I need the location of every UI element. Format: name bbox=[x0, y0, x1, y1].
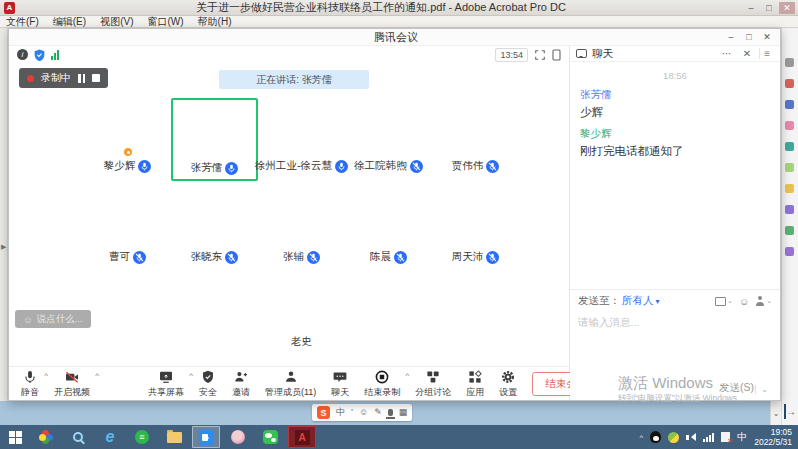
meeting-info-icon[interactable]: i bbox=[17, 49, 28, 60]
signal-strength-icon[interactable] bbox=[51, 50, 59, 60]
mute-button[interactable]: 静音 ^ bbox=[21, 369, 39, 399]
acrobat-tool-icon[interactable] bbox=[785, 100, 794, 109]
acrobat-tool-icon[interactable] bbox=[785, 184, 794, 193]
send-options-chevron-icon[interactable]: ⌄ bbox=[755, 385, 768, 394]
left-panel-expand-icon[interactable]: ▶ bbox=[1, 243, 6, 251]
invite-button[interactable]: 邀请 bbox=[232, 369, 250, 399]
pause-recording-button[interactable] bbox=[78, 74, 85, 83]
settings-button[interactable]: 设置 bbox=[499, 369, 517, 399]
participant-cell[interactable]: 徐州工业-徐云慧 bbox=[258, 98, 345, 181]
acrobat-tool-icon[interactable] bbox=[785, 79, 794, 88]
emoji-icon[interactable]: ☺ bbox=[359, 406, 368, 419]
taskbar-item-utility[interactable] bbox=[32, 426, 60, 448]
network-icon[interactable] bbox=[703, 433, 714, 442]
taskbar-item-ie[interactable]: e bbox=[96, 426, 124, 448]
notification-error-icon[interactable] bbox=[721, 432, 730, 442]
acrobat-tool-icon[interactable] bbox=[785, 142, 794, 151]
taskbar-item-wechat[interactable] bbox=[256, 426, 284, 448]
send-to-dropdown-icon[interactable]: ▾ bbox=[656, 297, 660, 306]
start-video-button[interactable]: 开启视频 ^ bbox=[54, 369, 90, 399]
participant-cell[interactable]: 黎少辉 bbox=[84, 98, 171, 181]
acrobat-expand-panel-icon[interactable]: → bbox=[784, 404, 797, 419]
participant-cell[interactable]: 陈晨 bbox=[345, 189, 432, 266]
taskbar-item-360[interactable]: ≡ bbox=[128, 426, 156, 448]
ime-mode-icon[interactable]: 中 bbox=[336, 406, 345, 419]
end-recording-button[interactable]: 结束录制 ^ bbox=[364, 369, 400, 399]
participant-cell[interactable]: 徐工院韩煦 bbox=[345, 98, 432, 181]
mic-status-icon bbox=[138, 160, 151, 173]
taskbar-item-contact[interactable] bbox=[224, 426, 252, 448]
ime-indicator[interactable]: 中 bbox=[737, 430, 747, 444]
mention-member-button[interactable]: ⌄ bbox=[755, 296, 772, 306]
taskbar-item-meeting-active[interactable] bbox=[192, 426, 220, 448]
switch-view-icon[interactable] bbox=[552, 49, 561, 61]
acrobat-close-button[interactable]: ✕ bbox=[779, 2, 795, 14]
menu-help[interactable]: 帮助(H) bbox=[198, 15, 232, 29]
acrobat-tool-icon[interactable] bbox=[785, 163, 794, 172]
participant-cell-speaking[interactable]: 张芳儒 bbox=[171, 98, 258, 181]
apps-button[interactable]: 应用 bbox=[466, 369, 484, 399]
sogou-input-bar[interactable]: S 中 ’ ☺ ✎ ▦ bbox=[312, 404, 412, 421]
acrobat-restore-button[interactable]: □ bbox=[761, 2, 777, 14]
participant-cell[interactable]: 贾伟伟 bbox=[432, 98, 519, 181]
chat-panel-menu-toggle[interactable]: ≡ bbox=[759, 48, 774, 59]
chat-button[interactable]: 聊天 bbox=[331, 369, 349, 399]
antivirus-tray-icon[interactable] bbox=[668, 432, 679, 443]
video-options-chevron-icon[interactable]: ^ bbox=[95, 372, 99, 379]
taskbar-item-acrobat-active[interactable]: A bbox=[288, 426, 316, 448]
mic-options-chevron-icon[interactable]: ^ bbox=[44, 372, 48, 379]
start-button[interactable] bbox=[0, 425, 30, 449]
acrobat-left-panel-strip: ▶ bbox=[0, 28, 8, 401]
tray-expand-icon[interactable]: ^ bbox=[639, 433, 643, 442]
participant-cell[interactable]: 张晓东 bbox=[171, 189, 258, 266]
menu-file[interactable]: 文件(F) bbox=[6, 15, 39, 29]
menu-edit[interactable]: 编辑(E) bbox=[53, 15, 86, 29]
acrobat-tool-icon[interactable] bbox=[785, 121, 794, 130]
emoji-button[interactable]: ☺ bbox=[739, 296, 749, 307]
volume-icon[interactable] bbox=[686, 433, 696, 441]
qq-tray-icon[interactable] bbox=[650, 431, 661, 443]
scroll-down-icon[interactable]: ⌄ bbox=[771, 409, 781, 418]
network-security-shield-icon[interactable] bbox=[34, 49, 45, 61]
taskbar-item-explorer[interactable] bbox=[160, 426, 188, 448]
acrobat-minimize-button[interactable]: – bbox=[743, 2, 759, 14]
toolbox-icon[interactable]: ▦ bbox=[399, 406, 408, 419]
stop-recording-button[interactable] bbox=[92, 74, 100, 82]
voice-input-icon[interactable] bbox=[388, 409, 393, 416]
menu-view[interactable]: 视图(V) bbox=[100, 15, 133, 29]
apostrophe-icon[interactable]: ’ bbox=[351, 406, 353, 419]
participant-cell[interactable]: 周天沛 bbox=[432, 189, 519, 266]
chat-close-button[interactable]: ✕ bbox=[740, 48, 754, 59]
acrobat-tool-icon[interactable] bbox=[785, 58, 794, 67]
participants-row: 曹可 张晓东 张辅 陈晨 bbox=[84, 189, 519, 266]
menu-window[interactable]: 窗口(W) bbox=[147, 15, 183, 29]
acrobat-scrollbar[interactable]: ⌄ bbox=[770, 401, 781, 425]
manage-members-button[interactable]: 管理成员(11) bbox=[265, 369, 316, 399]
meeting-maximize-button[interactable]: □ bbox=[741, 31, 757, 43]
danmaku-input[interactable]: ☺ 说点什么... bbox=[15, 310, 91, 328]
breakout-rooms-button[interactable]: 分组讨论 bbox=[415, 369, 451, 399]
screenshot-button[interactable]: ⌄ bbox=[715, 297, 733, 306]
meeting-close-button[interactable]: ✕ bbox=[759, 31, 775, 43]
taskbar-clock[interactable]: 19:05 2022/5/31 bbox=[754, 427, 794, 447]
chat-more-button[interactable]: ⋯ bbox=[719, 48, 735, 59]
fullscreen-icon[interactable] bbox=[534, 49, 546, 61]
participant-cell[interactable]: 张辅 bbox=[258, 189, 345, 266]
acrobat-tool-icon[interactable] bbox=[785, 226, 794, 235]
security-button[interactable]: 安全 bbox=[199, 369, 217, 399]
share-screen-button[interactable]: 共享屏幕 ^ bbox=[148, 369, 184, 399]
chat-message-list[interactable]: 18:56 张芳儒 少辉 黎少辉 刚打完电话都通知了 bbox=[570, 62, 780, 289]
acrobat-tool-icon[interactable] bbox=[785, 247, 794, 256]
send-to-value[interactable]: 所有人 bbox=[622, 294, 654, 308]
send-button[interactable]: 发送(S) bbox=[719, 381, 754, 395]
handwriting-icon[interactable]: ✎ bbox=[374, 406, 382, 419]
acrobat-tool-icon[interactable] bbox=[785, 205, 794, 214]
sogou-logo-icon[interactable]: S bbox=[317, 406, 330, 419]
taskbar-item-search[interactable] bbox=[64, 426, 92, 448]
chat-message-input[interactable] bbox=[570, 312, 780, 332]
participant-cell[interactable]: 曹可 bbox=[84, 189, 171, 266]
participant-cell[interactable]: 老史 bbox=[258, 274, 345, 351]
meeting-minimize-button[interactable]: – bbox=[723, 31, 739, 43]
recording-options-chevron-icon[interactable]: ^ bbox=[406, 372, 410, 379]
share-options-chevron-icon[interactable]: ^ bbox=[189, 372, 193, 379]
